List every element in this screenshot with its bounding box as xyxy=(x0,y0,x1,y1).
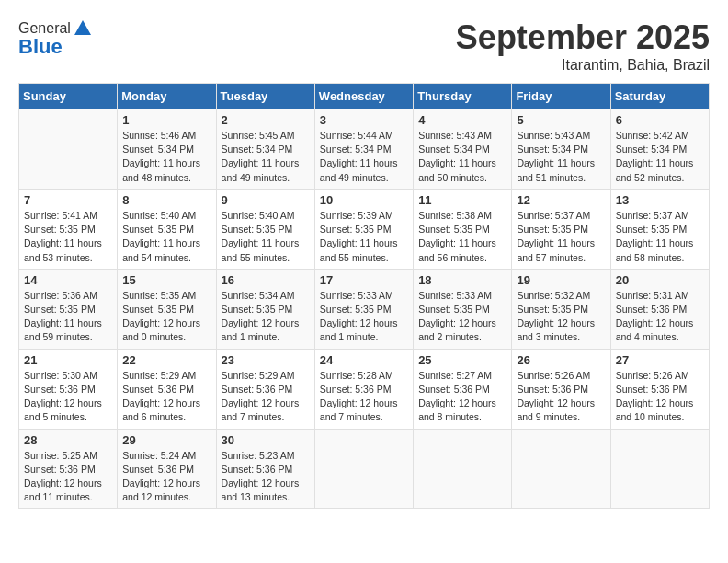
calendar-week-row: 7Sunrise: 5:41 AM Sunset: 5:35 PM Daylig… xyxy=(19,189,710,269)
calendar-cell: 27Sunrise: 5:26 AM Sunset: 5:36 PM Dayli… xyxy=(610,349,709,429)
calendar-weekday-header: Friday xyxy=(512,84,610,109)
calendar-cell: 16Sunrise: 5:34 AM Sunset: 5:35 PM Dayli… xyxy=(216,269,314,349)
day-number: 16 xyxy=(222,273,310,287)
month-title: September 2025 xyxy=(456,18,710,57)
calendar-cell: 1Sunrise: 5:46 AM Sunset: 5:34 PM Daylig… xyxy=(118,109,216,190)
calendar-cell xyxy=(19,109,118,190)
day-info: Sunrise: 5:38 AM Sunset: 5:35 PM Dayligh… xyxy=(418,209,506,265)
day-number: 3 xyxy=(320,113,408,127)
day-info: Sunrise: 5:43 AM Sunset: 5:34 PM Dayligh… xyxy=(418,129,506,185)
calendar-cell xyxy=(314,429,413,509)
calendar-cell xyxy=(512,429,610,509)
day-info: Sunrise: 5:40 AM Sunset: 5:35 PM Dayligh… xyxy=(222,209,310,265)
day-number: 28 xyxy=(24,433,112,447)
svg-marker-0 xyxy=(74,20,91,35)
calendar-cell: 24Sunrise: 5:28 AM Sunset: 5:36 PM Dayli… xyxy=(314,349,413,429)
day-info: Sunrise: 5:30 AM Sunset: 5:36 PM Dayligh… xyxy=(24,369,112,425)
calendar-cell: 17Sunrise: 5:33 AM Sunset: 5:35 PM Dayli… xyxy=(314,269,413,349)
calendar-header-row: SundayMondayTuesdayWednesdayThursdayFrid… xyxy=(19,84,710,109)
calendar-cell: 12Sunrise: 5:37 AM Sunset: 5:35 PM Dayli… xyxy=(512,189,610,269)
calendar-cell: 23Sunrise: 5:29 AM Sunset: 5:36 PM Dayli… xyxy=(216,349,314,429)
day-number: 25 xyxy=(418,353,506,367)
day-info: Sunrise: 5:26 AM Sunset: 5:36 PM Dayligh… xyxy=(616,369,704,425)
day-number: 10 xyxy=(320,193,408,207)
day-info: Sunrise: 5:24 AM Sunset: 5:36 PM Dayligh… xyxy=(122,449,210,505)
day-number: 6 xyxy=(616,113,704,127)
page-header: General Blue September 2025 Itarantim, B… xyxy=(18,18,710,74)
logo-blue-text: Blue xyxy=(18,35,63,59)
day-info: Sunrise: 5:36 AM Sunset: 5:35 PM Dayligh… xyxy=(24,289,112,345)
logo: General Blue xyxy=(18,18,93,59)
day-number: 9 xyxy=(222,193,310,207)
day-info: Sunrise: 5:41 AM Sunset: 5:35 PM Dayligh… xyxy=(24,209,112,265)
day-info: Sunrise: 5:42 AM Sunset: 5:34 PM Dayligh… xyxy=(616,129,704,185)
calendar-cell: 30Sunrise: 5:23 AM Sunset: 5:36 PM Dayli… xyxy=(216,429,314,509)
title-block: September 2025 Itarantim, Bahia, Brazil xyxy=(456,18,710,74)
day-number: 21 xyxy=(24,353,112,367)
day-info: Sunrise: 5:40 AM Sunset: 5:35 PM Dayligh… xyxy=(122,209,210,265)
calendar-cell: 22Sunrise: 5:29 AM Sunset: 5:36 PM Dayli… xyxy=(118,349,216,429)
day-info: Sunrise: 5:28 AM Sunset: 5:36 PM Dayligh… xyxy=(320,369,408,425)
day-number: 26 xyxy=(517,353,605,367)
calendar-table: SundayMondayTuesdayWednesdayThursdayFrid… xyxy=(18,83,710,509)
logo-icon xyxy=(73,18,93,39)
calendar-cell: 11Sunrise: 5:38 AM Sunset: 5:35 PM Dayli… xyxy=(414,189,512,269)
day-number: 18 xyxy=(418,273,506,287)
day-number: 11 xyxy=(418,193,506,207)
calendar-week-row: 28Sunrise: 5:25 AM Sunset: 5:36 PM Dayli… xyxy=(19,429,710,509)
day-info: Sunrise: 5:33 AM Sunset: 5:35 PM Dayligh… xyxy=(418,289,506,345)
day-info: Sunrise: 5:33 AM Sunset: 5:35 PM Dayligh… xyxy=(320,289,408,345)
calendar-cell: 10Sunrise: 5:39 AM Sunset: 5:35 PM Dayli… xyxy=(314,189,413,269)
calendar-cell: 26Sunrise: 5:26 AM Sunset: 5:36 PM Dayli… xyxy=(512,349,610,429)
calendar-cell: 13Sunrise: 5:37 AM Sunset: 5:35 PM Dayli… xyxy=(610,189,709,269)
day-number: 13 xyxy=(616,193,704,207)
day-number: 19 xyxy=(517,273,605,287)
day-info: Sunrise: 5:23 AM Sunset: 5:36 PM Dayligh… xyxy=(222,449,310,505)
calendar-cell: 8Sunrise: 5:40 AM Sunset: 5:35 PM Daylig… xyxy=(118,189,216,269)
calendar-week-row: 14Sunrise: 5:36 AM Sunset: 5:35 PM Dayli… xyxy=(19,269,710,349)
calendar-cell xyxy=(414,429,512,509)
day-info: Sunrise: 5:26 AM Sunset: 5:36 PM Dayligh… xyxy=(517,369,605,425)
calendar-cell: 15Sunrise: 5:35 AM Sunset: 5:35 PM Dayli… xyxy=(118,269,216,349)
day-number: 1 xyxy=(122,113,210,127)
day-number: 29 xyxy=(122,433,210,447)
calendar-week-row: 1Sunrise: 5:46 AM Sunset: 5:34 PM Daylig… xyxy=(19,109,710,190)
calendar-cell: 7Sunrise: 5:41 AM Sunset: 5:35 PM Daylig… xyxy=(19,189,118,269)
day-info: Sunrise: 5:46 AM Sunset: 5:34 PM Dayligh… xyxy=(122,129,210,185)
day-info: Sunrise: 5:45 AM Sunset: 5:34 PM Dayligh… xyxy=(222,129,310,185)
day-info: Sunrise: 5:35 AM Sunset: 5:35 PM Dayligh… xyxy=(122,289,210,345)
calendar-cell: 25Sunrise: 5:27 AM Sunset: 5:36 PM Dayli… xyxy=(414,349,512,429)
calendar-cell: 6Sunrise: 5:42 AM Sunset: 5:34 PM Daylig… xyxy=(610,109,709,190)
day-number: 4 xyxy=(418,113,506,127)
day-info: Sunrise: 5:37 AM Sunset: 5:35 PM Dayligh… xyxy=(616,209,704,265)
day-number: 27 xyxy=(616,353,704,367)
day-number: 20 xyxy=(616,273,704,287)
day-number: 24 xyxy=(320,353,408,367)
day-info: Sunrise: 5:25 AM Sunset: 5:36 PM Dayligh… xyxy=(24,449,112,505)
day-info: Sunrise: 5:44 AM Sunset: 5:34 PM Dayligh… xyxy=(320,129,408,185)
day-number: 8 xyxy=(122,193,210,207)
calendar-cell: 21Sunrise: 5:30 AM Sunset: 5:36 PM Dayli… xyxy=(19,349,118,429)
day-number: 2 xyxy=(222,113,310,127)
calendar-cell: 28Sunrise: 5:25 AM Sunset: 5:36 PM Dayli… xyxy=(19,429,118,509)
day-info: Sunrise: 5:37 AM Sunset: 5:35 PM Dayligh… xyxy=(517,209,605,265)
calendar-cell: 14Sunrise: 5:36 AM Sunset: 5:35 PM Dayli… xyxy=(19,269,118,349)
day-info: Sunrise: 5:31 AM Sunset: 5:36 PM Dayligh… xyxy=(616,289,704,345)
calendar-weekday-header: Wednesday xyxy=(314,84,413,109)
calendar-cell: 9Sunrise: 5:40 AM Sunset: 5:35 PM Daylig… xyxy=(216,189,314,269)
calendar-cell xyxy=(610,429,709,509)
day-info: Sunrise: 5:27 AM Sunset: 5:36 PM Dayligh… xyxy=(418,369,506,425)
calendar-cell: 4Sunrise: 5:43 AM Sunset: 5:34 PM Daylig… xyxy=(414,109,512,190)
location-text: Itarantim, Bahia, Brazil xyxy=(456,57,710,74)
day-number: 14 xyxy=(24,273,112,287)
day-number: 15 xyxy=(122,273,210,287)
calendar-weekday-header: Tuesday xyxy=(216,84,314,109)
calendar-cell: 5Sunrise: 5:43 AM Sunset: 5:34 PM Daylig… xyxy=(512,109,610,190)
day-number: 7 xyxy=(24,193,112,207)
calendar-weekday-header: Saturday xyxy=(610,84,709,109)
day-info: Sunrise: 5:29 AM Sunset: 5:36 PM Dayligh… xyxy=(222,369,310,425)
day-info: Sunrise: 5:43 AM Sunset: 5:34 PM Dayligh… xyxy=(517,129,605,185)
day-info: Sunrise: 5:34 AM Sunset: 5:35 PM Dayligh… xyxy=(222,289,310,345)
calendar-cell: 29Sunrise: 5:24 AM Sunset: 5:36 PM Dayli… xyxy=(118,429,216,509)
calendar-cell: 19Sunrise: 5:32 AM Sunset: 5:35 PM Dayli… xyxy=(512,269,610,349)
